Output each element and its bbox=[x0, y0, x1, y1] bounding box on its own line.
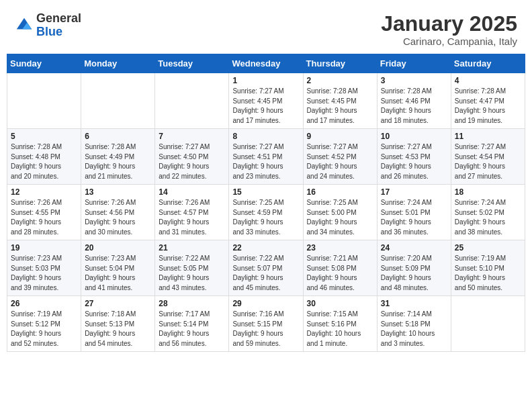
week-row-4: 19Sunrise: 7:23 AMSunset: 5:03 PMDayligh… bbox=[7, 240, 525, 296]
week-row-2: 5Sunrise: 7:28 AMSunset: 4:48 PMDaylight… bbox=[7, 129, 525, 185]
page-header: General Blue January 2025 Carinaro, Camp… bbox=[7, 7, 525, 51]
day-cell: 11Sunrise: 7:27 AMSunset: 4:54 PMDayligh… bbox=[451, 129, 525, 185]
day-content: Sunrise: 7:17 AMSunset: 5:14 PMDaylight:… bbox=[159, 310, 225, 349]
weekday-header-thursday: Thursday bbox=[303, 54, 377, 73]
day-content: Sunrise: 7:19 AMSunset: 5:12 PMDaylight:… bbox=[11, 310, 77, 349]
day-number: 27 bbox=[85, 299, 151, 308]
day-content: Sunrise: 7:28 AMSunset: 4:46 PMDaylight:… bbox=[381, 87, 447, 126]
day-cell: 1Sunrise: 7:27 AMSunset: 4:45 PMDaylight… bbox=[229, 73, 303, 129]
day-number: 30 bbox=[307, 299, 373, 308]
day-cell: 12Sunrise: 7:26 AMSunset: 4:55 PMDayligh… bbox=[7, 185, 81, 240]
day-content: Sunrise: 7:15 AMSunset: 5:16 PMDaylight:… bbox=[307, 310, 373, 349]
day-content: Sunrise: 7:16 AMSunset: 5:15 PMDaylight:… bbox=[232, 310, 299, 349]
day-number: 1 bbox=[232, 76, 299, 85]
day-number: 4 bbox=[455, 76, 521, 85]
day-cell: 15Sunrise: 7:25 AMSunset: 4:59 PMDayligh… bbox=[229, 185, 303, 240]
day-cell: 28Sunrise: 7:17 AMSunset: 5:14 PMDayligh… bbox=[155, 296, 229, 352]
day-content: Sunrise: 7:21 AMSunset: 5:08 PMDaylight:… bbox=[307, 254, 373, 293]
logo-general-text: General bbox=[36, 12, 81, 26]
day-number: 28 bbox=[159, 299, 225, 308]
weekday-header-tuesday: Tuesday bbox=[155, 54, 229, 73]
day-cell: 6Sunrise: 7:28 AMSunset: 4:49 PMDaylight… bbox=[81, 129, 155, 185]
day-number: 2 bbox=[307, 76, 373, 85]
day-content: Sunrise: 7:24 AMSunset: 5:02 PMDaylight:… bbox=[455, 198, 521, 237]
day-number: 6 bbox=[85, 132, 151, 141]
day-cell bbox=[7, 73, 81, 129]
day-content: Sunrise: 7:26 AMSunset: 4:56 PMDaylight:… bbox=[85, 198, 151, 237]
day-content: Sunrise: 7:26 AMSunset: 4:57 PMDaylight:… bbox=[159, 198, 225, 237]
day-content: Sunrise: 7:22 AMSunset: 5:05 PMDaylight:… bbox=[159, 254, 225, 293]
day-cell: 18Sunrise: 7:24 AMSunset: 5:02 PMDayligh… bbox=[451, 185, 525, 240]
day-cell: 29Sunrise: 7:16 AMSunset: 5:15 PMDayligh… bbox=[229, 296, 303, 352]
day-cell: 23Sunrise: 7:21 AMSunset: 5:08 PMDayligh… bbox=[303, 240, 377, 296]
day-content: Sunrise: 7:28 AMSunset: 4:45 PMDaylight:… bbox=[307, 87, 373, 126]
day-cell bbox=[155, 73, 229, 129]
month-title: January 2025 bbox=[381, 12, 517, 36]
logo-blue-text: Blue bbox=[36, 26, 81, 39]
day-number: 19 bbox=[11, 243, 77, 253]
day-number: 25 bbox=[455, 243, 521, 253]
week-row-3: 12Sunrise: 7:26 AMSunset: 4:55 PMDayligh… bbox=[7, 185, 525, 240]
day-cell: 20Sunrise: 7:23 AMSunset: 5:04 PMDayligh… bbox=[81, 240, 155, 296]
logo-icon bbox=[15, 16, 34, 35]
day-content: Sunrise: 7:23 AMSunset: 5:04 PMDaylight:… bbox=[85, 254, 151, 293]
day-number: 14 bbox=[159, 187, 225, 197]
day-number: 31 bbox=[381, 299, 447, 308]
day-cell: 2Sunrise: 7:28 AMSunset: 4:45 PMDaylight… bbox=[303, 73, 377, 129]
day-number: 13 bbox=[85, 187, 151, 197]
day-content: Sunrise: 7:25 AMSunset: 5:00 PMDaylight:… bbox=[307, 198, 373, 237]
weekday-header-saturday: Saturday bbox=[451, 54, 525, 73]
day-number: 10 bbox=[381, 132, 447, 141]
day-cell: 7Sunrise: 7:27 AMSunset: 4:50 PMDaylight… bbox=[155, 129, 229, 185]
day-number: 17 bbox=[381, 187, 447, 197]
week-row-5: 26Sunrise: 7:19 AMSunset: 5:12 PMDayligh… bbox=[7, 296, 525, 352]
logo-text: General Blue bbox=[36, 12, 81, 39]
day-number: 12 bbox=[11, 187, 77, 197]
day-cell: 16Sunrise: 7:25 AMSunset: 5:00 PMDayligh… bbox=[303, 185, 377, 240]
day-number: 29 bbox=[232, 299, 299, 308]
day-number: 3 bbox=[381, 76, 447, 85]
day-number: 15 bbox=[232, 187, 299, 197]
weekday-header-sunday: Sunday bbox=[7, 54, 81, 73]
day-content: Sunrise: 7:26 AMSunset: 4:55 PMDaylight:… bbox=[11, 198, 77, 237]
day-content: Sunrise: 7:27 AMSunset: 4:54 PMDaylight:… bbox=[455, 142, 521, 181]
day-content: Sunrise: 7:28 AMSunset: 4:47 PMDaylight:… bbox=[455, 87, 521, 126]
logo: General Blue bbox=[15, 12, 81, 39]
day-content: Sunrise: 7:24 AMSunset: 5:01 PMDaylight:… bbox=[381, 198, 447, 237]
day-content: Sunrise: 7:27 AMSunset: 4:52 PMDaylight:… bbox=[307, 142, 373, 181]
day-cell: 14Sunrise: 7:26 AMSunset: 4:57 PMDayligh… bbox=[155, 185, 229, 240]
day-number: 11 bbox=[455, 132, 521, 141]
day-number: 24 bbox=[381, 243, 447, 253]
day-content: Sunrise: 7:28 AMSunset: 4:48 PMDaylight:… bbox=[11, 142, 77, 181]
day-cell: 19Sunrise: 7:23 AMSunset: 5:03 PMDayligh… bbox=[7, 240, 81, 296]
calendar-table: SundayMondayTuesdayWednesdayThursdayFrid… bbox=[7, 54, 525, 352]
weekday-header-monday: Monday bbox=[81, 54, 155, 73]
day-content: Sunrise: 7:18 AMSunset: 5:13 PMDaylight:… bbox=[85, 310, 151, 349]
day-content: Sunrise: 7:27 AMSunset: 4:45 PMDaylight:… bbox=[232, 87, 299, 126]
day-number: 5 bbox=[11, 132, 77, 141]
day-number: 21 bbox=[159, 243, 225, 253]
day-number: 9 bbox=[307, 132, 373, 141]
day-number: 26 bbox=[11, 299, 77, 308]
day-number: 18 bbox=[455, 187, 521, 197]
day-cell bbox=[81, 73, 155, 129]
day-content: Sunrise: 7:27 AMSunset: 4:53 PMDaylight:… bbox=[381, 142, 447, 181]
day-cell: 3Sunrise: 7:28 AMSunset: 4:46 PMDaylight… bbox=[377, 73, 451, 129]
weekday-header-friday: Friday bbox=[377, 54, 451, 73]
day-cell: 9Sunrise: 7:27 AMSunset: 4:52 PMDaylight… bbox=[303, 129, 377, 185]
day-cell: 31Sunrise: 7:14 AMSunset: 5:18 PMDayligh… bbox=[377, 296, 451, 352]
day-number: 23 bbox=[307, 243, 373, 253]
day-cell: 27Sunrise: 7:18 AMSunset: 5:13 PMDayligh… bbox=[81, 296, 155, 352]
day-cell: 4Sunrise: 7:28 AMSunset: 4:47 PMDaylight… bbox=[451, 73, 525, 129]
location-text: Carinaro, Campania, Italy bbox=[381, 36, 517, 47]
day-content: Sunrise: 7:27 AMSunset: 4:51 PMDaylight:… bbox=[232, 142, 299, 181]
day-cell: 10Sunrise: 7:27 AMSunset: 4:53 PMDayligh… bbox=[377, 129, 451, 185]
day-number: 22 bbox=[232, 243, 299, 253]
weekday-header-wednesday: Wednesday bbox=[229, 54, 303, 73]
day-number: 8 bbox=[232, 132, 299, 141]
day-cell: 17Sunrise: 7:24 AMSunset: 5:01 PMDayligh… bbox=[377, 185, 451, 240]
day-cell bbox=[451, 296, 525, 352]
day-cell: 5Sunrise: 7:28 AMSunset: 4:48 PMDaylight… bbox=[7, 129, 81, 185]
day-content: Sunrise: 7:19 AMSunset: 5:10 PMDaylight:… bbox=[455, 254, 521, 293]
day-content: Sunrise: 7:23 AMSunset: 5:03 PMDaylight:… bbox=[11, 254, 77, 293]
